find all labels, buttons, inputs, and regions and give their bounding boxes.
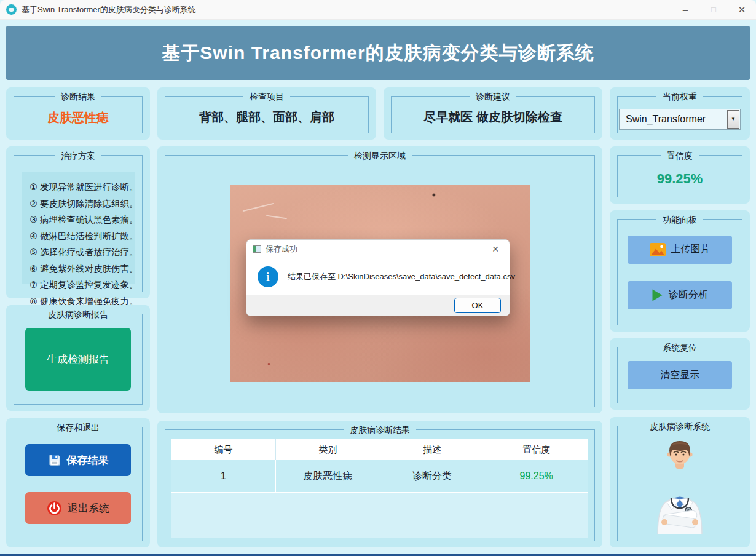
save-success-dialog: 保存成功 ✕ i 结果已保存至 D:\SkinDiseases\save_dat… — [246, 239, 510, 316]
column-header-id: 编号 — [171, 439, 276, 460]
panel-exam-items: 检查项目 背部、腿部、面部、肩部 — [157, 87, 376, 140]
window-titlebar: 基于Swin Transformer的皮肤病变分类与诊断系统 – □ ✕ — [0, 0, 756, 20]
column-header-description: 描述 — [380, 439, 485, 460]
diagnosis-advice-value: 尽早就医 做皮肤切除检查 — [423, 104, 562, 125]
panel-functions: 功能面板 上传图片 诊断分析 — [610, 210, 750, 332]
diagnosis-result-value: 皮肤恶性痣 — [47, 103, 109, 126]
exam-items-title: 检查项目 — [243, 91, 290, 102]
skin-scratch-mark — [266, 215, 287, 219]
floppy-disk-icon — [48, 453, 61, 467]
system-reset-title: 系统复位 — [656, 342, 703, 353]
cell-category[interactable]: 皮肤恶性痣 — [276, 460, 380, 492]
ok-button[interactable]: OK — [454, 298, 501, 313]
detection-display-title: 检测显示区域 — [348, 150, 412, 161]
panel-diagnosis-result: 诊断结果 皮肤恶性痣 — [6, 87, 150, 140]
mascot-title: 皮肤病诊断系统 — [644, 421, 716, 432]
page-title: 基于Swin Transformer的皮肤病变分类与诊断系统 — [162, 41, 594, 66]
dialog-close-icon[interactable]: ✕ — [486, 244, 505, 254]
weight-selector[interactable]: Swin_Transformer ▼ — [619, 109, 741, 130]
panel-treatment-plan: 治疗方案 ① 发现异常就医进行诊断。 ② 要皮肤切除清除痣组织。 ③ 病理检查确… — [6, 146, 150, 298]
weight-selected-value: Swin_Transformer — [626, 114, 706, 125]
upload-image-label: 上传图片 — [671, 243, 711, 256]
chevron-down-icon[interactable]: ▼ — [727, 110, 739, 129]
diagnosis-result-title: 诊断结果 — [55, 91, 101, 102]
window-bottom-edge — [0, 554, 756, 556]
treatment-step: ② 要皮肤切除清除痣组织。 — [30, 196, 132, 212]
play-icon — [652, 288, 663, 302]
picture-icon — [650, 243, 666, 256]
exit-system-label: 退出系统 — [68, 501, 109, 515]
panel-save-exit: 保存和退出 保存结果 退出系统 — [6, 418, 150, 547]
app-icon — [6, 4, 17, 15]
results-table-title: 皮肤病诊断结果 — [344, 424, 416, 435]
header-banner: 基于Swin Transformer的皮肤病变分类与诊断系统 — [6, 26, 750, 80]
treatment-plan-list: ① 发现异常就医进行诊断。 ② 要皮肤切除清除痣组织。 ③ 病理检查确认黑色素瘤… — [22, 172, 135, 284]
save-results-label: 保存结果 — [67, 453, 109, 467]
info-icon: i — [258, 266, 278, 287]
results-table: 编号 类别 描述 置信度 1 皮肤恶性痣 诊断分类 99.25% — [171, 439, 588, 538]
column-header-confidence: 置信度 — [484, 439, 588, 460]
generate-report-label: 生成检测报告 — [47, 352, 109, 367]
panel-report: 皮肤病诊断报告 生成检测报告 — [6, 305, 150, 411]
treatment-step: ⑦ 定期复诊监控复发迹象。 — [30, 277, 132, 293]
confidence-value: 99.25% — [657, 166, 703, 187]
skin-scratch-mark — [242, 203, 274, 212]
panel-system-reset: 系统复位 清空显示 — [610, 338, 750, 410]
panel-mascot: 皮肤病诊断系统 — [610, 417, 750, 547]
doctor-illustration — [644, 436, 715, 534]
window-title: 基于Swin Transformer的皮肤病变分类与诊断系统 — [22, 4, 196, 15]
column-header-category: 类别 — [276, 439, 380, 460]
panel-current-weight: 当前权重 Swin_Transformer ▼ — [610, 87, 750, 140]
cell-description[interactable]: 诊断分类 — [380, 460, 485, 492]
table-row[interactable]: 1 皮肤恶性痣 诊断分类 99.25% — [171, 460, 588, 493]
panel-confidence: 置信度 99.25% — [610, 146, 750, 204]
dialog-message: 结果已保存至 D:\SkinDiseases\save_data\save_de… — [288, 271, 515, 282]
clear-display-button[interactable]: 清空显示 — [628, 361, 732, 389]
clear-display-label: 清空显示 — [660, 369, 699, 382]
dialog-footer: OK — [246, 295, 510, 316]
report-title: 皮肤病诊断报告 — [42, 309, 114, 320]
window-controls: – □ ✕ — [671, 0, 756, 19]
upload-image-button[interactable]: 上传图片 — [628, 236, 732, 264]
exam-items-value: 背部、腿部、面部、肩部 — [199, 104, 334, 125]
treatment-step: ① 发现异常就医进行诊断。 — [30, 179, 132, 196]
panel-diagnosis-advice: 诊断建议 尽早就医 做皮肤切除检查 — [384, 87, 602, 140]
save-results-button[interactable]: 保存结果 — [25, 444, 131, 476]
results-table-header: 编号 类别 描述 置信度 — [171, 439, 588, 460]
treatment-plan-title: 治疗方案 — [55, 150, 101, 161]
power-icon — [47, 501, 62, 516]
dialog-body: i 结果已保存至 D:\SkinDiseases\save_data\save_… — [246, 258, 510, 295]
treatment-step: ⑤ 选择化疗或者放疗治疗。 — [30, 244, 132, 261]
dialog-title: 保存成功 — [266, 244, 297, 255]
treatment-step: ③ 病理检查确认黑色素瘤。 — [30, 212, 132, 228]
panel-results-table: 皮肤病诊断结果 编号 类别 描述 置信度 1 皮肤恶性痣 诊断分类 99.25% — [157, 421, 602, 547]
generate-report-button[interactable]: 生成检测报告 — [25, 328, 131, 391]
dialog-window-icon — [253, 245, 261, 253]
cell-confidence[interactable]: 99.25% — [484, 460, 588, 492]
confidence-title: 置信度 — [661, 150, 699, 161]
diagnosis-advice-title: 诊断建议 — [470, 91, 516, 102]
current-weight-title: 当前权重 — [656, 91, 703, 102]
exit-system-button[interactable]: 退出系统 — [25, 492, 131, 524]
maximize-button[interactable]: □ — [699, 0, 728, 19]
analyze-button[interactable]: 诊断分析 — [628, 281, 732, 309]
dialog-titlebar: 保存成功 ✕ — [246, 240, 510, 258]
close-button[interactable]: ✕ — [728, 0, 756, 19]
analyze-label: 诊断分析 — [669, 288, 708, 301]
functions-title: 功能面板 — [656, 214, 703, 225]
treatment-step: ④ 做淋巴结活检判断扩散。 — [30, 228, 132, 245]
main-area: 基于Swin Transformer的皮肤病变分类与诊断系统 诊断结果 皮肤恶性… — [0, 20, 756, 556]
minimize-button[interactable]: – — [671, 0, 699, 19]
cell-id[interactable]: 1 — [171, 460, 276, 492]
treatment-step: ⑥ 避免紫外线对皮肤伤害。 — [30, 261, 132, 277]
save-exit-title: 保存和退出 — [50, 422, 106, 433]
